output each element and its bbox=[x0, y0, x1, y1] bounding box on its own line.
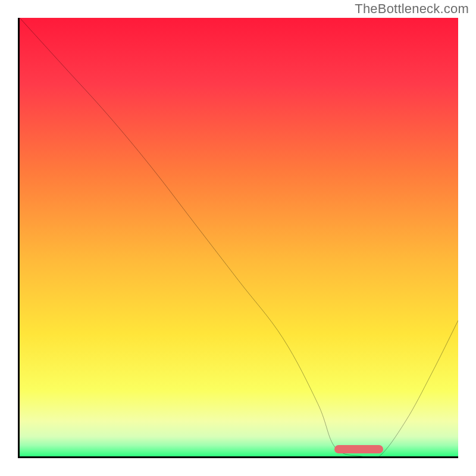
chart-root: TheBottleneck.com bbox=[0, 0, 476, 476]
gradient-background bbox=[20, 18, 458, 456]
plot-area bbox=[18, 18, 458, 458]
svg-rect-0 bbox=[20, 18, 458, 456]
watermark: TheBottleneck.com bbox=[355, 1, 469, 17]
optimal-marker bbox=[334, 445, 383, 453]
